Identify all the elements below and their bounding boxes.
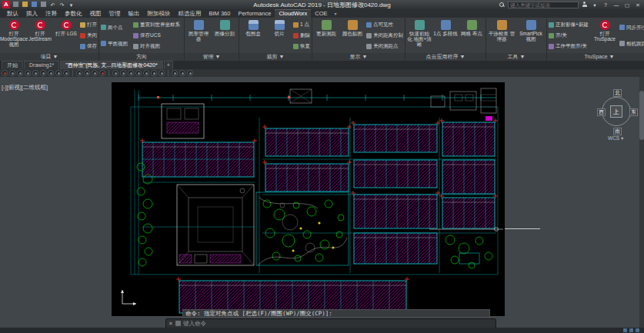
tab-default[interactable]: 默认 — [3, 9, 22, 18]
command-close-icon[interactable]: ✕ — [169, 319, 173, 328]
truspace-toggle-button[interactable]: 开/关 — [549, 32, 590, 38]
help-search-input[interactable] — [508, 2, 579, 8]
viewport-tool-icon[interactable] — [32, 70, 38, 76]
viewport-tool-icon[interactable] — [92, 70, 98, 76]
panel-label-project[interactable]: 项目 ▼ — [0, 53, 98, 61]
panel-label-manage[interactable]: 管理 ▼ — [185, 53, 239, 61]
viewport-tool-icon[interactable] — [48, 70, 54, 76]
open-modelspace-button[interactable]: 打开 ModelSpace视图 — [2, 18, 26, 52]
tab-annotate[interactable]: 注释 — [42, 9, 61, 18]
tab-cloudworx[interactable]: CloudWorx — [275, 9, 311, 18]
file-tab-active-drawing[interactable]: "西仲室"(民族, 文...日地形图修改0420* — [60, 61, 162, 69]
file-tab-drawing1[interactable]: Drawing1* — [24, 61, 59, 69]
project-save-button[interactable]: 保存 — [80, 43, 97, 49]
viewcube-east[interactable]: 东 — [629, 108, 638, 116]
viewcube-wcs-dropdown[interactable]: WCS ▾ — [608, 135, 623, 142]
align-view-button[interactable]: 对齐视图 — [133, 43, 182, 49]
tab-bim360[interactable]: BIM 360 — [205, 9, 235, 18]
redo-icon[interactable]: ↷ — [58, 2, 65, 8]
panel-label-orientation[interactable]: 方向 — [99, 53, 184, 61]
reset-wcs-button[interactable]: 重置到世界坐标系 — [133, 22, 182, 28]
viewport-tool-icon[interactable] — [151, 70, 157, 76]
project-close-button[interactable]: 关闭 — [80, 32, 97, 38]
help-icon[interactable]: ? — [602, 2, 609, 8]
viewport-tool-icon[interactable] — [143, 70, 149, 76]
viewport-tool-icon[interactable] — [120, 70, 126, 76]
update-regen-button[interactable]: 更新测距 — [314, 18, 339, 52]
polyline-1pt-button[interactable]: 1点 多段线 — [433, 18, 458, 52]
viewcube-south[interactable]: 南 — [613, 128, 622, 135]
viewport-tool-icon[interactable] — [128, 70, 134, 76]
plan-view-button[interactable]: 平面视图 — [101, 41, 132, 47]
maximize-button[interactable]: ▢ — [623, 2, 631, 8]
tab-coe[interactable]: COE — [311, 9, 331, 18]
vertical-scrollbar[interactable] — [639, 77, 644, 328]
tab-featured-apps[interactable]: 精选应用 — [175, 9, 205, 18]
slice-button[interactable]: 切片 — [267, 18, 292, 52]
ortho-image-button[interactable]: 正射影像+新建 — [549, 22, 590, 28]
graphics-manager-button[interactable]: 图形管理器 — [186, 18, 211, 52]
viewport-tool-icon[interactable] — [99, 70, 105, 76]
status-icon[interactable] — [623, 328, 627, 332]
camera-track-button[interactable]: 相机跟踪 — [619, 41, 644, 47]
new-file-icon[interactable] — [12, 2, 19, 8]
smartpick-view-button[interactable]: SmartPick视图 — [517, 18, 545, 52]
model-space-canvas[interactable] — [112, 82, 505, 316]
color-map-button[interactable]: 颜色贴图 — [340, 18, 365, 52]
viewport-tool-icon[interactable] — [9, 70, 15, 76]
viewport-tool-icon[interactable] — [158, 70, 165, 76]
save-icon[interactable] — [31, 2, 38, 8]
viewport-tool-icon[interactable] — [25, 70, 31, 76]
scrollbar-thumb[interactable] — [639, 91, 644, 140]
panel-label-tools[interactable]: 工具 ▼ — [486, 53, 546, 61]
viewport-tool-icon[interactable] — [55, 70, 62, 76]
sign-in-icon[interactable] — [582, 2, 588, 8]
ribbon-collapse-icon[interactable]: ▾ — [335, 11, 337, 18]
save-ucs-button[interactable]: 保存UCS — [133, 32, 182, 38]
viewport-tool-icon[interactable] — [112, 70, 118, 76]
workplane-toggle-button[interactable]: 工作平面开/关 — [549, 43, 590, 49]
viewport-tool-icon[interactable] — [76, 70, 82, 76]
mesh-points-button[interactable]: 网格 布点 — [459, 18, 484, 52]
quick-init-button[interactable]: 快速初始化 地面+清晰 — [407, 18, 432, 52]
open-file-icon[interactable] — [22, 2, 28, 8]
panel-label-truspace[interactable]: TruSpace ▼ — [547, 53, 644, 61]
tab-view[interactable]: 视图 — [86, 9, 105, 18]
viewport-tool-icon[interactable] — [84, 70, 90, 76]
point-visibility-button[interactable]: 点可见性 — [366, 22, 403, 28]
range-points-button[interactable]: 关闭测距点 — [366, 43, 403, 49]
one-point-button[interactable]: 1 点 — [293, 22, 310, 28]
tab-manage[interactable]: 管理 — [105, 9, 125, 18]
image-split-button[interactable]: 图像分割 — [212, 18, 237, 52]
status-icon[interactable] — [636, 328, 639, 332]
viewport-tool-icon[interactable] — [63, 70, 69, 76]
viewport-tool-icon[interactable] — [40, 70, 46, 76]
viewcube-north[interactable]: 北 — [613, 89, 622, 97]
project-open-button[interactable]: 打开 — [80, 22, 97, 28]
sync-toggle-button[interactable]: 同步开/关 — [619, 25, 644, 31]
quick-access-dropdown-icon[interactable]: ▾ — [68, 2, 75, 8]
panel-label-clip[interactable]: 裁剪 ▼ — [239, 53, 312, 61]
file-tab-start[interactable]: 开始 — [2, 61, 23, 69]
viewport-tool-icon[interactable] — [17, 70, 23, 76]
command-customize-icon[interactable] — [175, 321, 181, 326]
two-points-button[interactable]: 两个点 — [101, 25, 132, 31]
viewport-tool-icon[interactable] — [135, 70, 142, 76]
viewport-tool-icon[interactable] — [2, 70, 8, 76]
close-button[interactable]: ✕ — [634, 2, 642, 8]
undo-icon[interactable]: ↶ — [49, 2, 56, 8]
delete-clip-button[interactable]: 删除 — [293, 32, 310, 38]
viewcube[interactable]: 北 南 西 东 上 WCS ▾ — [597, 89, 637, 138]
viewport-tool-icon[interactable] — [172, 70, 178, 76]
new-drawing-tab-button[interactable]: + — [164, 61, 173, 69]
tab-addins[interactable]: 附加模块 — [144, 9, 175, 18]
viewcube-top-face[interactable]: 上 — [610, 105, 622, 118]
account-dropdown-icon[interactable]: ▾ — [591, 2, 599, 8]
distance-control-button[interactable]: 关闭距离控制 — [366, 32, 403, 38]
viewport-tool-icon[interactable] — [187, 70, 193, 76]
panel-label-display[interactable]: 显示 ▼ — [312, 53, 405, 61]
bounding-box-button[interactable]: 包围盒 — [241, 18, 265, 52]
tab-output[interactable]: 输出 — [125, 9, 144, 18]
viewcube-west[interactable]: 西 — [597, 108, 606, 116]
print-icon[interactable] — [40, 2, 47, 8]
